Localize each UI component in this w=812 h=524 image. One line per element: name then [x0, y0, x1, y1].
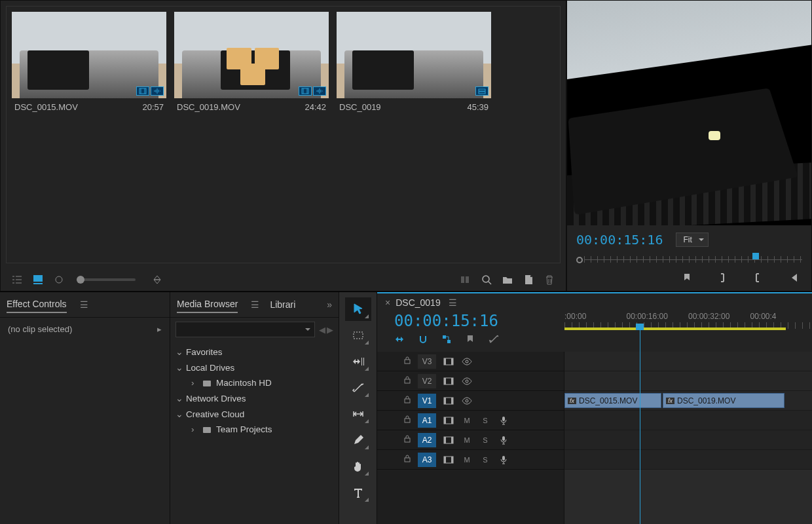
tree-group[interactable]: ⌄Network Drives: [172, 390, 337, 406]
toggle-sync-lock-icon[interactable]: [443, 435, 454, 445]
mute-toggle[interactable]: M: [461, 455, 473, 465]
nav-forward-icon[interactable]: ▶: [327, 325, 333, 335]
effect-controls-tab[interactable]: Effect Controls: [7, 296, 67, 313]
program-scrubber[interactable]: [576, 253, 802, 265]
lock-icon[interactable]: [403, 356, 413, 366]
sort-icon[interactable]: [151, 274, 163, 286]
toggle-sync-lock-icon[interactable]: [443, 376, 454, 386]
toggle-sync-lock-icon[interactable]: [443, 455, 454, 465]
voice-over-icon[interactable]: [498, 455, 509, 465]
snap-icon[interactable]: [418, 334, 428, 346]
timeline-tracks[interactable]: fxDSC_0015.MOVfxDSC_0019.MOV: [564, 352, 812, 524]
audio-track-lane[interactable]: [564, 411, 812, 430]
audio-track-header[interactable]: A2MS: [377, 430, 564, 450]
tree-group[interactable]: ⌄Local Drives: [172, 360, 337, 375]
voice-over-icon[interactable]: [498, 435, 509, 445]
insert-overwrite-icon[interactable]: [394, 334, 405, 346]
panel-menu-icon[interactable]: ☰: [80, 299, 88, 310]
video-track-lane[interactable]: [564, 371, 812, 391]
solo-toggle[interactable]: S: [479, 455, 491, 465]
panel-menu-icon[interactable]: ☰: [251, 299, 259, 310]
toggle-track-output-icon[interactable]: [461, 396, 473, 406]
pen-tool[interactable]: [345, 428, 371, 452]
audio-track-lane[interactable]: [564, 430, 812, 450]
track-target-toggle[interactable]: V2: [418, 374, 436, 388]
mute-toggle[interactable]: M: [461, 415, 473, 426]
caret-right-icon[interactable]: ▸: [157, 324, 162, 334]
toggle-track-output-icon[interactable]: [461, 376, 473, 386]
selection-tool[interactable]: [345, 297, 371, 321]
freeform-view-icon[interactable]: [53, 274, 65, 286]
toggle-sync-lock-icon[interactable]: [443, 396, 454, 406]
timeline-timecode[interactable]: 00:00:15:16: [394, 312, 564, 330]
track-target-toggle[interactable]: A1: [418, 413, 436, 428]
tree-group[interactable]: ⌄Creative Cloud: [172, 406, 337, 422]
new-bin-icon[interactable]: [502, 274, 513, 286]
mute-toggle[interactable]: M: [461, 435, 473, 445]
timeline-clip[interactable]: fxDSC_0019.MOV: [663, 393, 784, 408]
video-track-lane[interactable]: [564, 352, 812, 371]
toggle-sync-lock-icon[interactable]: [443, 415, 454, 426]
trash-icon[interactable]: [544, 274, 555, 286]
track-target-toggle[interactable]: A2: [418, 433, 436, 447]
program-monitor-view[interactable]: [567, 1, 811, 225]
icon-view-icon[interactable]: [32, 274, 44, 286]
type-tool[interactable]: [345, 481, 371, 504]
video-track-header[interactable]: V2: [377, 371, 564, 391]
slip-tool[interactable]: [345, 402, 371, 426]
razor-tool[interactable]: [345, 376, 371, 400]
thumbnail-zoom-slider[interactable]: [77, 278, 136, 281]
track-target-toggle[interactable]: V1: [418, 394, 436, 408]
toggle-sync-lock-icon[interactable]: [443, 356, 454, 367]
voice-over-icon[interactable]: [498, 415, 509, 426]
mark-out-icon[interactable]: [751, 271, 764, 284]
overflow-tabs-icon[interactable]: »: [327, 299, 332, 310]
video-track-lane[interactable]: fxDSC_0015.MOVfxDSC_0019.MOV: [564, 391, 812, 411]
linked-selection-icon[interactable]: [441, 334, 452, 346]
tree-item[interactable]: ›Macintosh HD: [172, 375, 337, 390]
audio-track-lane[interactable]: [564, 450, 812, 470]
solo-toggle[interactable]: S: [479, 415, 491, 426]
tree-group[interactable]: ⌄Favorites: [172, 344, 337, 360]
solo-toggle[interactable]: S: [479, 435, 491, 445]
add-marker-icon[interactable]: [465, 334, 475, 346]
add-marker-icon[interactable]: [680, 271, 693, 284]
ripple-edit-tool[interactable]: [345, 350, 371, 373]
new-item-icon[interactable]: [523, 274, 534, 286]
lock-icon[interactable]: [403, 455, 413, 464]
toggle-track-output-icon[interactable]: [461, 356, 473, 367]
libraries-tab[interactable]: Librari: [270, 297, 295, 312]
track-select-tool[interactable]: [345, 324, 371, 347]
timeline-clip[interactable]: fxDSC_0015.MOV: [564, 393, 661, 408]
video-track-header[interactable]: V3: [377, 352, 564, 371]
sequence-tab[interactable]: DSC_0019: [396, 297, 441, 308]
lock-icon[interactable]: [403, 396, 413, 405]
timeline-ruler[interactable]: :00:0000:00:16:0000:00:32:0000:00:4: [564, 312, 812, 346]
close-sequence-icon[interactable]: ×: [385, 297, 390, 308]
video-track-header[interactable]: V1: [377, 391, 564, 411]
media-browser-tab[interactable]: Media Browser: [177, 296, 238, 313]
track-target-toggle[interactable]: V3: [418, 354, 436, 369]
clip-thumbnail[interactable]: DSC_0015.MOV20:57: [12, 12, 166, 112]
tree-item[interactable]: ›Team Projects: [172, 422, 337, 437]
zoom-fit-dropdown[interactable]: Fit: [676, 233, 708, 247]
media-browser-path-dropdown[interactable]: [175, 322, 315, 337]
panel-menu-icon[interactable]: ☰: [449, 297, 457, 308]
nav-back-icon[interactable]: ◀: [319, 325, 325, 335]
hand-tool[interactable]: [345, 455, 371, 478]
list-view-icon[interactable]: [11, 274, 23, 286]
timeline-settings-icon[interactable]: [489, 334, 499, 346]
audio-track-header[interactable]: A3MS: [377, 450, 564, 470]
program-timecode[interactable]: 00:00:15:16: [576, 232, 663, 248]
lock-icon[interactable]: [403, 435, 413, 445]
lock-icon[interactable]: [403, 415, 413, 425]
clip-thumbnail[interactable]: DSC_001945:39: [337, 12, 491, 112]
go-to-in-icon[interactable]: [786, 271, 800, 284]
audio-track-header[interactable]: A1MS: [377, 411, 564, 430]
mark-in-icon[interactable]: [716, 271, 729, 284]
track-target-toggle[interactable]: A3: [418, 453, 436, 467]
search-icon[interactable]: [481, 274, 492, 286]
lock-icon[interactable]: [403, 376, 413, 386]
clip-thumbnail[interactable]: DSC_0019.MOV24:42: [174, 12, 329, 112]
automate-to-sequence-icon[interactable]: [460, 274, 471, 286]
